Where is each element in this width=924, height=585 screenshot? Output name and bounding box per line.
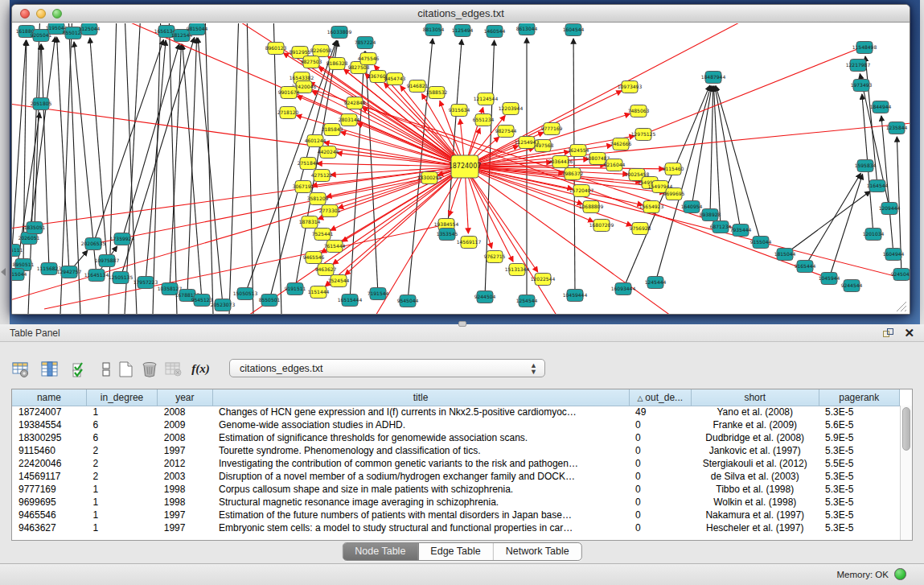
network-node[interactable]: 17957223 <box>133 277 158 289</box>
table-cell-in_degree[interactable]: 1 <box>86 521 157 534</box>
network-node[interactable]: 16515444 <box>338 295 363 307</box>
network-node[interactable]: 1604544 <box>563 24 585 36</box>
network-node[interactable]: 8186328 <box>326 58 348 70</box>
table-cell-year[interactable]: 2003 <box>158 470 212 483</box>
table-cell-out_degree[interactable]: 49 <box>629 406 691 418</box>
network-node[interactable]: 1125044 <box>79 23 101 35</box>
network-node[interactable]: 7615444 <box>324 241 346 253</box>
table-cell-title[interactable]: Estimation of significance thresholds fo… <box>212 431 629 444</box>
network-node[interactable]: 9699695 <box>663 188 685 200</box>
network-node[interactable]: 7525441 <box>312 229 334 241</box>
table-cell-name[interactable]: 18724007 <box>12 406 86 418</box>
table-cell-out_degree[interactable]: 0 <box>629 509 691 521</box>
network-node[interactable]: 7986372 <box>562 168 584 180</box>
table-cell-year[interactable]: 1997 <box>158 509 212 521</box>
table-cell-pagerank[interactable]: 5.5E-5 <box>819 457 899 470</box>
network-node[interactable]: 9463627 <box>315 264 337 276</box>
network-node[interactable]: 1201034 <box>863 229 885 241</box>
network-node[interactable]: 9155044 <box>750 237 772 249</box>
network-node[interactable]: 2751844 <box>298 158 319 170</box>
network-node[interactable]: 8226058 <box>310 45 332 57</box>
table-row[interactable]: 1872400712008Changes of HCN gene express… <box>12 406 900 418</box>
network-node[interactable]: 2051805 <box>31 98 52 110</box>
table-cell-in_degree[interactable]: 2 <box>86 457 157 470</box>
table-cell-year[interactable]: 1998 <box>158 483 212 496</box>
network-node[interactable]: 7462666 <box>610 138 632 150</box>
network-node[interactable]: 9756928 <box>630 223 651 235</box>
table-selector-dropdown[interactable]: citations_edges.txt ▲▼ <box>229 359 545 377</box>
float-window-icon[interactable] <box>883 328 893 339</box>
network-node[interactable]: 8813054 <box>423 24 445 36</box>
table-cell-name[interactable]: 14569117 <box>12 470 86 483</box>
table-cell-title[interactable]: Structural magnetic resonance image aver… <box>212 496 629 509</box>
network-node[interactable]: 8550501 <box>259 295 281 307</box>
table-cell-in_degree[interactable]: 1 <box>86 483 157 496</box>
table-row[interactable]: 1938455462009Genome-wide association stu… <box>12 418 900 431</box>
table-cell-title[interactable]: Disruption of a novel member of a sodium… <box>212 470 629 483</box>
table-cell-out_degree[interactable]: 0 <box>629 431 691 444</box>
table-cell-out_degree[interactable]: 0 <box>629 483 691 496</box>
network-node[interactable]: 9146821 <box>407 80 429 93</box>
network-node[interactable]: 1835051 <box>24 222 46 234</box>
table-cell-pagerank[interactable]: 5.6E-5 <box>819 418 899 431</box>
table-cell-pagerank[interactable]: 5.3E-5 <box>819 483 899 496</box>
table-cell-year[interactable]: 1997 <box>158 521 212 534</box>
network-node[interactable]: 1815044 <box>774 249 796 261</box>
network-node[interactable]: 1878314 <box>299 216 321 229</box>
table-cell-title[interactable]: Corpus callosum shape and size in male p… <box>212 483 629 496</box>
network-node[interactable]: 11645134 <box>84 270 109 282</box>
network-node[interactable]: 1915111 <box>12 245 23 257</box>
network-node[interactable]: 2773301 <box>319 205 341 217</box>
memory-status-indicator[interactable] <box>894 568 906 580</box>
network-node[interactable]: 2803144 <box>339 114 360 126</box>
table-cell-short[interactable]: Tibbo et al. (1998) <box>691 483 819 496</box>
table-cell-in_degree[interactable]: 6 <box>86 418 157 431</box>
table-cell-out_degree[interactable]: 0 <box>629 521 691 534</box>
network-node[interactable]: 7857224 <box>355 37 376 49</box>
column-header-short[interactable]: short <box>691 389 819 406</box>
table-row[interactable]: 2242004622012Investigating the contribut… <box>12 457 900 470</box>
network-node[interactable]: 1460544 <box>484 26 506 38</box>
table-cell-out_degree[interactable]: 0 <box>629 496 691 509</box>
table-cell-name[interactable]: 22420046 <box>12 457 86 470</box>
network-node[interactable]: 1254544 <box>516 295 538 307</box>
network-node[interactable]: 9815044 <box>187 23 208 35</box>
table-cell-short[interactable]: Stergiakouli et al. (2012) <box>691 457 819 470</box>
column-visibility-icon[interactable] <box>39 358 60 380</box>
network-node[interactable]: 7485063 <box>628 105 650 117</box>
table-cell-name[interactable]: 9115460 <box>12 444 86 457</box>
table-cell-short[interactable]: Dudbridge et al. (2008) <box>691 431 819 444</box>
network-node[interactable]: 20206535 <box>81 238 106 250</box>
network-node[interactable]: 18724007 <box>449 155 482 178</box>
network-node[interactable]: 9827503 <box>301 56 322 68</box>
table-cell-name[interactable]: 9463627 <box>12 521 86 534</box>
table-cell-in_degree[interactable]: 1 <box>86 406 157 418</box>
table-cell-in_degree[interactable]: 2 <box>86 470 157 483</box>
network-node[interactable]: 18487944 <box>701 72 726 84</box>
table-cell-in_degree[interactable]: 1 <box>86 496 157 509</box>
table-cell-out_degree[interactable]: 0 <box>629 457 691 470</box>
network-node[interactable]: 1353545 <box>437 229 458 241</box>
network-node[interactable]: 6871234 <box>710 221 732 233</box>
network-node[interactable]: 9827544 <box>495 126 517 138</box>
table-cell-pagerank[interactable]: 5.3E-5 <box>819 444 899 457</box>
network-node[interactable]: 4420244 <box>318 146 339 159</box>
network-node[interactable]: 3067191 <box>293 181 314 193</box>
table-cell-pagerank[interactable]: 5.3E-5 <box>819 509 899 521</box>
network-node[interactable]: 1245444 <box>645 277 667 289</box>
window-titlebar[interactable]: citations_edges.txt <box>12 5 910 23</box>
network-node[interactable]: 12022544 <box>531 274 556 286</box>
column-header-year[interactable]: year <box>158 389 212 406</box>
delete-table-icon[interactable] <box>162 358 184 380</box>
table-row[interactable]: 1456911722003Disruption of a novel membe… <box>12 470 900 483</box>
network-node[interactable]: 4475546 <box>358 53 380 65</box>
network-node[interactable]: 9777169 <box>541 123 563 135</box>
column-header-pagerank[interactable]: pagerank <box>819 389 899 406</box>
network-node[interactable]: 8613044 <box>516 23 538 35</box>
network-node[interactable]: 1595834 <box>855 160 877 172</box>
table-cell-title[interactable]: Genome-wide association studies in ADHD. <box>212 418 629 431</box>
network-node[interactable]: 6551234 <box>473 114 495 126</box>
table-cell-name[interactable]: 19384554 <box>12 418 86 431</box>
table-settings-icon[interactable] <box>10 358 31 380</box>
table-cell-year[interactable]: 2012 <box>158 457 212 470</box>
